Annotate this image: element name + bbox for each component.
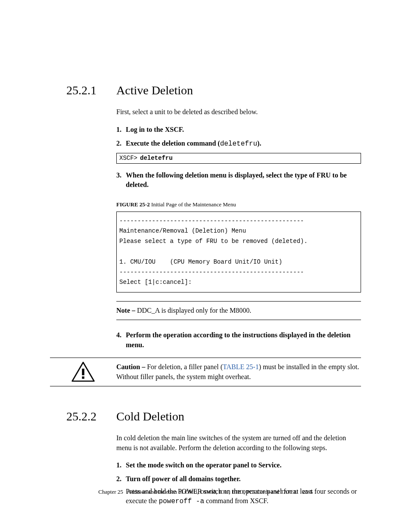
step-number: 4.	[116, 330, 126, 350]
inline-code: deletefru	[220, 140, 257, 148]
figure-title: Initial Page of the Maintenance Menu	[151, 201, 236, 208]
section-number: 25.2.2	[50, 408, 116, 425]
note-block: Note – DDC_A is displayed only for the M…	[116, 301, 361, 320]
page-footer: Chapter 25 Addition and Deletion of CMU,…	[0, 488, 411, 496]
step-text: Turn off power of all domains together.	[126, 474, 361, 484]
note-body: DDC_A is displayed only for the M8000.	[135, 307, 251, 314]
svg-rect-1	[82, 376, 84, 379]
caution-icon	[50, 358, 116, 383]
footer-page-number: 25-5	[302, 488, 313, 495]
note-label: Note –	[116, 307, 135, 314]
step-number: 2.	[116, 474, 126, 484]
footer-chapter: Chapter 25	[98, 488, 123, 495]
step-number: 1.	[116, 125, 126, 134]
code-block: XSCF> deletefru	[116, 153, 361, 163]
section-title: Active Deletion	[116, 82, 193, 99]
section-number: 25.2.1	[50, 82, 116, 99]
code-prompt: XSCF>	[119, 154, 137, 162]
code-block: ----------------------------------------…	[116, 212, 361, 293]
note-fragment: command from XSCF.	[204, 497, 268, 504]
step-text: Set the mode switch on the operator pane…	[126, 460, 361, 470]
caution-block: Caution – For deletion, a filler panel (…	[50, 358, 361, 386]
section-title: Cold Deletion	[116, 408, 184, 425]
step-text: Log in to the XSCF.	[126, 125, 361, 134]
intro-paragraph: In cold deletion the main line switches …	[116, 433, 361, 453]
svg-rect-0	[82, 369, 84, 375]
step-text: When the following deletion menu is disp…	[126, 171, 361, 190]
code-command: deletefru	[140, 154, 173, 162]
step-number: 3.	[116, 171, 126, 190]
table-cross-reference[interactable]: TABLE 25-1	[223, 363, 259, 370]
step-number: 2.	[116, 139, 126, 149]
step-fragment: ).	[257, 140, 261, 147]
footer-title: Addition and Deletion of CMU, DIMM, IOU,…	[127, 488, 298, 495]
caution-fragment: For deletion, a filler panel (	[145, 363, 223, 370]
inline-code: poweroff -a	[159, 498, 204, 505]
step-text: Perform the operation according to the i…	[126, 330, 361, 350]
step-fragment: Execute the deletion command (	[126, 140, 220, 147]
step-number: 1.	[116, 460, 126, 470]
caution-label: Caution –	[116, 363, 145, 370]
intro-paragraph: First, select a unit to be deleted as de…	[116, 107, 361, 117]
figure-label: FIGURE 25-2	[116, 201, 150, 208]
step-text: Execute the deletion command (deletefru)…	[126, 139, 361, 149]
